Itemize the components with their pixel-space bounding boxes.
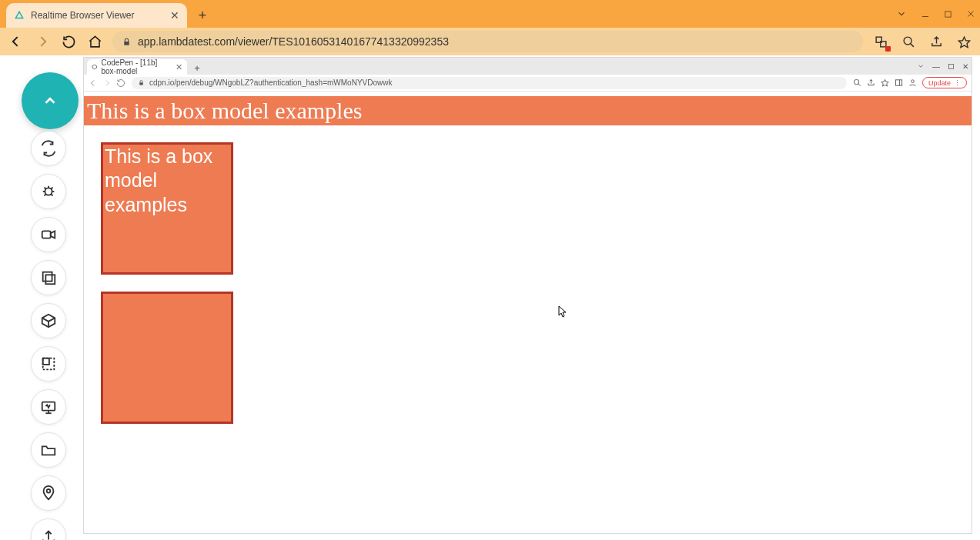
svg-point-11	[45, 188, 52, 195]
inner-maximize-icon[interactable]	[948, 63, 955, 70]
inner-toolbar: cdpn.io/pen/debug/WNgobLZ?authentication…	[84, 75, 972, 92]
box-model-example-1: This is a box model examples	[101, 142, 233, 275]
inner-star-icon[interactable]	[881, 78, 889, 87]
inner-lock-icon	[138, 79, 145, 86]
inner-reload-icon[interactable]	[116, 78, 125, 88]
svg-marker-32	[92, 65, 97, 69]
resize-grid-icon	[40, 355, 57, 372]
chevron-down-icon[interactable]	[896, 8, 907, 19]
svg-line-17	[45, 195, 46, 196]
inner-update-label: Update	[928, 79, 951, 87]
close-window-icon[interactable]	[966, 9, 975, 18]
remote-browser-window: CodePen - [11b] box-model ✕ + — ✕ cdpn.i…	[83, 57, 972, 534]
lambdatest-favicon-icon	[14, 10, 25, 21]
svg-rect-34	[139, 82, 143, 85]
codepen-favicon-icon	[92, 63, 97, 71]
lt-collapse-fab[interactable]	[22, 72, 79, 129]
svg-line-15	[45, 188, 46, 189]
box-model-example-2	[101, 292, 233, 424]
kebab-icon: ⋮	[954, 79, 961, 87]
record-video-button[interactable]	[31, 217, 66, 252]
nav-forward-icon	[34, 33, 51, 50]
inner-share-icon[interactable]	[867, 78, 875, 87]
rendered-page[interactable]: This is a box model examples This is a b…	[84, 92, 972, 533]
svg-marker-38	[881, 79, 888, 86]
outer-window-controls	[896, 0, 975, 28]
inner-nav-back-icon[interactable]	[89, 78, 98, 88]
upload-button[interactable]	[31, 518, 66, 540]
svg-point-7	[904, 37, 911, 45]
inner-toolbar-right: Update ⋮	[853, 77, 967, 88]
gallery-button[interactable]	[31, 260, 66, 295]
inner-tab-strip: CodePen - [11b] box-model ✕ + — ✕	[84, 58, 972, 75]
svg-point-41	[911, 80, 915, 83]
svg-point-35	[854, 79, 858, 84]
inner-address-bar[interactable]: cdpn.io/pen/debug/WNgobLZ?authentication…	[132, 77, 847, 89]
home-icon[interactable]	[86, 33, 103, 50]
new-tab-button[interactable]: +	[192, 5, 213, 26]
reload-icon[interactable]	[60, 33, 77, 50]
inner-nav-forward-icon	[102, 78, 112, 88]
inner-panel-icon[interactable]	[895, 78, 903, 87]
inner-close-tab-icon[interactable]: ✕	[176, 62, 182, 72]
inner-zoom-icon[interactable]	[853, 78, 861, 87]
star-icon[interactable]	[955, 33, 972, 50]
mark-bug-button[interactable]	[31, 174, 66, 209]
monitor-icon	[40, 398, 57, 415]
zoom-icon[interactable]	[900, 33, 917, 50]
box-1-text: This is a box model examples	[105, 145, 212, 215]
inner-update-button[interactable]: Update ⋮	[922, 77, 967, 88]
upload-icon	[40, 528, 57, 540]
inner-tab-title: CodePen - [11b] box-model	[101, 58, 172, 75]
outer-toolbar: app.lambdatest.com/viewer/TES10160531401…	[0, 28, 980, 55]
swap-icon	[40, 140, 57, 157]
maximize-icon[interactable]	[944, 10, 952, 18]
folder-icon	[40, 442, 57, 458]
cube-button[interactable]	[31, 303, 66, 338]
cube-icon	[40, 312, 57, 329]
geolocation-button[interactable]	[31, 475, 66, 511]
gallery-icon	[40, 269, 57, 286]
translate-icon[interactable]	[872, 33, 889, 50]
outer-browser-tab[interactable]: Realtime Browser Viewer ✕	[6, 3, 187, 28]
lt-tool-sidebar	[31, 131, 66, 540]
switch-browser-button[interactable]	[31, 131, 66, 166]
svg-line-16	[52, 188, 53, 189]
svg-rect-26	[43, 358, 49, 365]
nav-back-icon[interactable]	[8, 33, 25, 50]
svg-rect-4	[124, 41, 129, 45]
inner-new-tab-button[interactable]: +	[190, 62, 204, 74]
svg-line-18	[52, 195, 53, 196]
bug-icon	[40, 183, 57, 200]
resolution-button[interactable]	[31, 346, 66, 382]
svg-rect-1	[945, 11, 951, 16]
inner-url-text: cdpn.io/pen/debug/WNgobLZ?authentication…	[149, 78, 392, 87]
svg-line-36	[858, 84, 861, 86]
inner-window-controls: — ✕	[917, 58, 968, 75]
lock-icon	[122, 37, 132, 47]
share-icon[interactable]	[928, 33, 945, 50]
outer-address-bar[interactable]: app.lambdatest.com/viewer/TES10160531401…	[112, 31, 863, 52]
minimize-icon[interactable]	[921, 9, 930, 18]
close-tab-icon[interactable]: ✕	[170, 9, 179, 22]
outer-url-text: app.lambdatest.com/viewer/TES10160531401…	[138, 35, 449, 48]
outer-toolbar-right	[872, 33, 972, 50]
mouse-cursor-icon	[558, 305, 567, 318]
inner-close-icon[interactable]: ✕	[962, 62, 968, 71]
inner-profile-icon[interactable]	[908, 78, 917, 87]
inner-minimize-icon[interactable]: —	[932, 62, 940, 71]
inner-browser-tab[interactable]: CodePen - [11b] box-model ✕	[87, 59, 187, 75]
inner-chevron-down-icon[interactable]	[917, 62, 925, 70]
files-button[interactable]	[31, 432, 66, 468]
svg-rect-33	[949, 64, 954, 68]
svg-line-8	[910, 43, 913, 46]
outer-tab-strip: Realtime Browser Viewer ✕ +	[0, 0, 980, 28]
svg-point-30	[47, 489, 51, 493]
video-icon	[40, 226, 57, 243]
svg-rect-19	[42, 231, 51, 238]
devtools-button[interactable]	[31, 389, 66, 425]
chevron-up-icon	[42, 92, 59, 109]
outer-tab-title: Realtime Browser Viewer	[31, 10, 135, 21]
svg-rect-22	[45, 275, 55, 284]
svg-marker-20	[51, 231, 55, 238]
